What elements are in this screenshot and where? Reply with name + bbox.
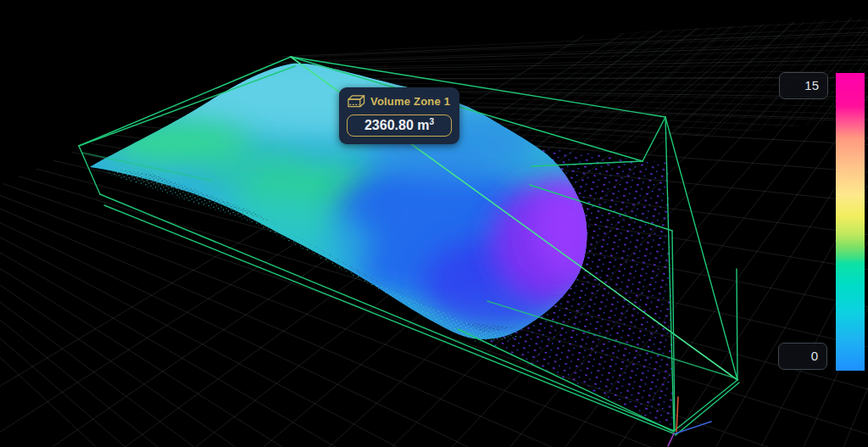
axis-x [676,397,678,432]
colorbar-max-input[interactable]: 15 [779,72,828,99]
colorbar-gradient [836,73,865,371]
tooltip-label: Volume Zone 1 [370,95,450,108]
scene-canvas [0,0,868,447]
terrain-blob [136,195,373,297]
volume-tooltip: Volume Zone 1 2360.80 m3 [339,87,459,144]
tooltip-value: 2360.80 m3 [347,115,452,137]
scene-viewport[interactable]: Volume Zone 1 2360.80 m3 15 0 [0,0,868,447]
terrain-blob [203,144,305,195]
volume-cube-icon [347,94,365,109]
colorbar-min-input[interactable]: 0 [778,343,827,370]
